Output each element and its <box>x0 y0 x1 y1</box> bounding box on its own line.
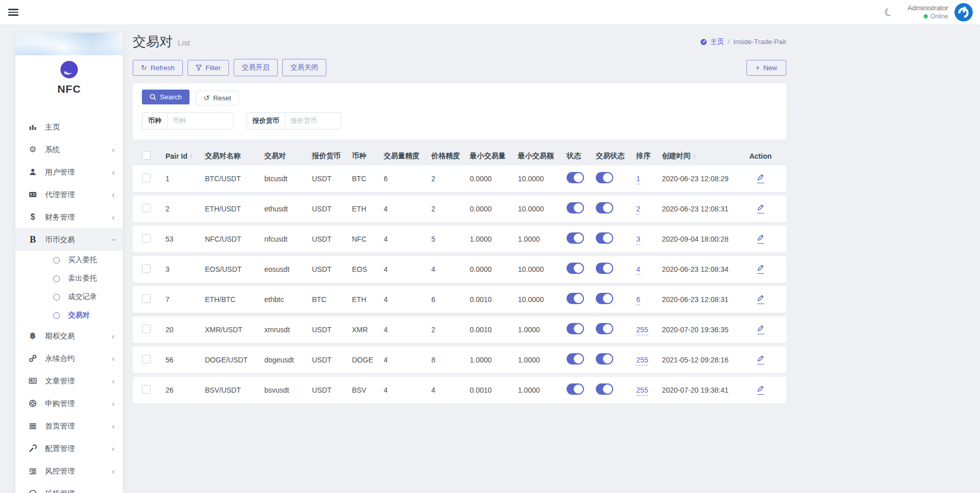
status-toggle[interactable] <box>567 383 584 395</box>
cell-vol-precision: 4 <box>384 295 431 304</box>
new-button[interactable]: + New <box>746 60 786 76</box>
cell-created: 2020-09-04 18:00:28 <box>662 235 744 243</box>
breadcrumb-separator: / <box>727 38 729 46</box>
pencil-icon <box>757 264 764 271</box>
breadcrumb-home-link[interactable]: 主页 <box>700 37 724 47</box>
trade-status-toggle[interactable] <box>596 202 613 213</box>
cell-price-precision: 5 <box>431 235 470 243</box>
sort-link[interactable]: 1 <box>636 175 640 184</box>
edit-button[interactable] <box>757 355 764 365</box>
sidebar-subitem-buy-orders[interactable]: 买入委托 <box>15 251 123 269</box>
sort-link[interactable]: 255 <box>636 386 648 396</box>
sidebar-subitem-trade-records[interactable]: 成交记录 <box>15 288 123 306</box>
cell-coin: EOS <box>352 265 384 273</box>
edit-button[interactable] <box>757 204 764 213</box>
col-pair-id[interactable]: Pair Id↑ <box>165 152 205 160</box>
pencil-icon <box>757 174 764 181</box>
trade-close-button[interactable]: 交易关闭 <box>282 59 326 76</box>
cell-min-qty: 0.0010 <box>470 386 518 394</box>
status-toggle[interactable] <box>567 172 584 183</box>
row-checkbox[interactable] <box>142 355 151 363</box>
circle-icon <box>28 489 38 493</box>
status-toggle[interactable] <box>567 202 584 213</box>
sidebar-subitem-trade-pairs[interactable]: 交易对 <box>15 306 123 325</box>
sidebar-item-subscription[interactable]: 申购管理 ‹ <box>15 392 123 415</box>
sidebar-item-articles[interactable]: 文章管理 ‹ <box>15 370 123 392</box>
sidebar-item-perpetual[interactable]: 永续合约 ‹ <box>15 347 123 370</box>
sidebar-item-mining[interactable]: 矿机管理 <box>15 482 123 493</box>
edit-button[interactable] <box>757 174 764 183</box>
row-checkbox[interactable] <box>142 174 151 182</box>
sidebar-item-agents[interactable]: 代理管理 ‹ <box>15 183 123 206</box>
status-toggle[interactable] <box>567 323 584 334</box>
avatar[interactable] <box>954 3 973 22</box>
row-checkbox[interactable] <box>142 204 151 212</box>
trade-status-toggle[interactable] <box>596 263 613 274</box>
brand-name: NFC <box>15 83 123 95</box>
edit-button[interactable] <box>757 294 764 304</box>
sidebar-item-risk[interactable]: 风控管理 ‹ <box>15 460 123 482</box>
trade-open-button[interactable]: 交易开启 <box>234 59 278 76</box>
status-toggle[interactable] <box>567 263 584 274</box>
trade-status-toggle[interactable] <box>596 232 613 244</box>
col-created[interactable]: 创建时间↑ <box>662 152 744 161</box>
table-row: 1 BTC/USDT btcusdt USDT BTC 6 2 0.0000 1… <box>133 165 786 192</box>
power-logo-icon <box>954 3 973 22</box>
chevron-left-icon: ‹ <box>112 168 115 177</box>
row-checkbox[interactable] <box>142 294 151 303</box>
sidebar-item-system[interactable]: ⚙ 系统 ‹ <box>15 138 123 161</box>
trade-status-toggle[interactable] <box>596 293 613 304</box>
circle-icon <box>53 294 60 301</box>
row-checkbox[interactable] <box>142 234 151 243</box>
sidebar-item-homepage[interactable]: 首页管理 ‹ <box>15 415 123 437</box>
sort-link[interactable]: 2 <box>636 205 640 215</box>
cell-quote: USDT <box>312 175 352 183</box>
reset-button[interactable]: ↺ Reset <box>196 91 239 105</box>
sidebar-item-home[interactable]: 主页 <box>15 116 123 138</box>
sidebar-toggle-button[interactable] <box>8 9 18 16</box>
trade-status-toggle[interactable] <box>596 172 613 183</box>
edit-button[interactable] <box>757 234 764 244</box>
status-toggle[interactable] <box>567 232 584 244</box>
sidebar-item-options-trading[interactable]: ฿ 期权交易 ‹ <box>15 325 123 347</box>
cell-coin: ETH <box>352 295 384 304</box>
refresh-button[interactable]: ↻ Refresh <box>133 60 183 76</box>
status-toggle[interactable] <box>567 293 584 304</box>
row-checkbox[interactable] <box>142 385 151 394</box>
user-menu[interactable]: Administrator Online <box>907 4 948 20</box>
row-checkbox[interactable] <box>142 325 151 333</box>
search-button[interactable]: Search <box>142 90 190 104</box>
filter-button[interactable]: Filter <box>187 60 229 76</box>
sort-link[interactable]: 3 <box>636 235 640 245</box>
trade-status-toggle[interactable] <box>596 383 613 395</box>
sidebar-artwork <box>15 33 123 55</box>
sort-link[interactable]: 255 <box>636 356 648 366</box>
edit-button[interactable] <box>757 325 764 334</box>
edit-button[interactable] <box>757 264 764 274</box>
cell-quote: USDT <box>312 265 352 273</box>
cell-min-amount: 1.0000 <box>518 326 567 334</box>
trade-status-toggle[interactable] <box>596 353 613 365</box>
sidebar-item-spot-trading[interactable]: B 币币交易 ‹ <box>15 228 123 251</box>
trade-status-toggle[interactable] <box>596 323 613 334</box>
coin-filter-input[interactable] <box>168 113 233 129</box>
sidebar-item-finance[interactable]: $ 财务管理 ‹ <box>15 206 123 228</box>
sidebar-item-users[interactable]: 用户管理 ‹ <box>15 161 123 183</box>
sort-link[interactable]: 255 <box>636 326 648 335</box>
sidebar-item-config[interactable]: 配置管理 ‹ <box>15 437 123 460</box>
cell-pair-id: 53 <box>165 235 205 243</box>
select-all-checkbox[interactable] <box>142 151 151 160</box>
sort-link[interactable]: 6 <box>636 295 640 305</box>
edit-button[interactable] <box>757 385 764 395</box>
dark-mode-icon[interactable]: ☾ <box>882 5 894 19</box>
sort-link[interactable]: 4 <box>636 265 640 275</box>
status-toggle[interactable] <box>567 353 584 365</box>
sidebar-subitem-sell-orders[interactable]: 卖出委托 <box>15 269 123 288</box>
quote-filter-input[interactable] <box>285 113 341 129</box>
cell-pair: btcusdt <box>264 175 312 183</box>
pencil-icon <box>757 294 764 302</box>
cell-pair-id: 1 <box>165 175 205 183</box>
row-checkbox[interactable] <box>142 264 151 273</box>
search-icon <box>150 94 156 100</box>
user-name: Administrator <box>907 4 948 13</box>
